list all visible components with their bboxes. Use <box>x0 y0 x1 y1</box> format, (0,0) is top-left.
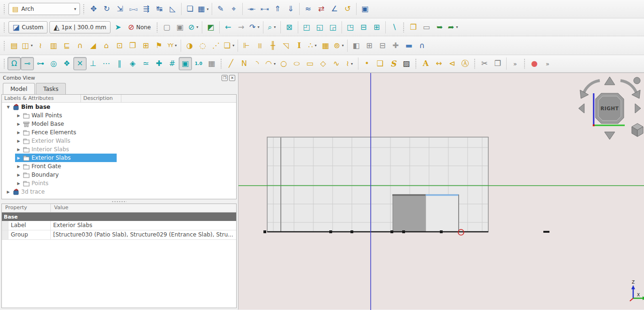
toolbar-overflow-2-button[interactable]: » <box>541 57 554 70</box>
scale-button[interactable]: ⇲ <box>113 2 127 16</box>
point-button[interactable]: • <box>360 57 374 70</box>
snap-endpoint-button[interactable]: ⊸ <box>21 57 34 70</box>
slab-box-dark[interactable] <box>393 195 426 232</box>
material-tools-button[interactable]: ∴▾ <box>306 39 319 52</box>
3d-scene[interactable]: RIGHT Z X Y <box>239 73 644 310</box>
expand-icon[interactable]: ▶ <box>15 122 22 126</box>
section-plane-button[interactable]: ◑ <box>183 39 196 52</box>
float-panel-button[interactable]: ❐ <box>222 75 228 81</box>
ellipse-button[interactable]: ○ <box>290 57 303 70</box>
toolbar-drag-handle[interactable] <box>3 58 6 69</box>
select-linked-button[interactable]: ◩ <box>204 21 217 34</box>
view-top-button[interactable]: ◱ <box>313 21 326 34</box>
toolbar-drag-handle[interactable] <box>83 4 85 14</box>
export-button[interactable]: ➥ <box>433 21 446 34</box>
hatch-button[interactable]: ▨ <box>400 57 413 70</box>
upgrade-button[interactable]: ⇑ <box>271 2 284 16</box>
dimension-button[interactable]: ↔ <box>432 57 445 70</box>
arch-add-button[interactable]: ✚ <box>389 39 402 52</box>
polyline-button[interactable]: N <box>238 57 251 70</box>
tree-item-bim-base[interactable]: ▼Bim base <box>2 103 236 111</box>
snap-midpoint-button[interactable]: ⊶ <box>34 57 47 70</box>
trimex-button[interactable]: ↹ <box>153 2 166 16</box>
snap-lock-button[interactable]: Ω <box>8 57 21 70</box>
nav-back-button[interactable]: ← <box>222 21 235 34</box>
box-element-selection-button[interactable]: ▢ <box>160 21 174 34</box>
snap-special-button[interactable]: ◈ <box>126 57 139 70</box>
tab-tasks[interactable]: Tasks <box>36 83 66 94</box>
cut-plane-button[interactable]: ◧ <box>350 39 363 52</box>
project-button[interactable]: ⌂ <box>100 39 113 52</box>
subelement-highlight-button[interactable]: ⌖ <box>227 2 240 16</box>
rotate-button[interactable]: ↻ <box>100 2 113 16</box>
view-axonometric-button[interactable]: ⊠ <box>283 21 296 34</box>
tag-button[interactable]: ⚑ <box>152 39 166 52</box>
zoom-tools-button[interactable]: ⌕▾ <box>265 21 278 34</box>
clone-button[interactable]: ❏ <box>183 2 197 16</box>
downgrade-button[interactable]: ⇓ <box>284 2 297 16</box>
tree-item-fence-elements[interactable]: ▶Fence Elements <box>2 128 236 137</box>
expand-icon[interactable]: ▶ <box>15 156 22 160</box>
tree-item-front-gate[interactable]: ▶Front Gate <box>2 162 236 171</box>
snap-angle-button[interactable]: ❖ <box>60 57 73 70</box>
bim-parts-button[interactable]: ❒ <box>407 21 420 34</box>
wall-button[interactable]: ▤ <box>8 39 21 52</box>
workbench-selector[interactable]: ▤Arch▾ <box>8 3 80 15</box>
slope-button[interactable]: ∠ <box>328 2 341 16</box>
tree-item-wall-points[interactable]: ▶Wall Points <box>2 111 236 120</box>
macro-record-button[interactable]: ● <box>528 57 541 70</box>
profile-button[interactable]: I <box>293 39 306 52</box>
toolbar-drag-handle[interactable] <box>3 41 6 51</box>
expand-icon[interactable]: ▶ <box>15 173 22 177</box>
working-plane-style-button[interactable]: ◪Custom <box>8 21 48 33</box>
snap-perpendicular-button[interactable]: ⊥ <box>87 57 100 70</box>
view-right-button[interactable]: ◲ <box>326 21 340 34</box>
snap-grid-button[interactable]: # <box>166 57 179 70</box>
rotate-left-arrow-icon[interactable] <box>584 81 600 93</box>
navigation-cluster[interactable]: RIGHT <box>579 77 643 139</box>
section-cut-button[interactable]: ⊘▾ <box>187 21 200 34</box>
tree-item-boundary[interactable]: ▶Boundary <box>2 171 236 179</box>
snap-near-button[interactable]: ≃ <box>139 57 152 70</box>
measure-button[interactable]: ∖ <box>388 21 401 34</box>
remove-component-button[interactable]: ⊟ <box>376 39 389 52</box>
close-panel-button[interactable]: ✕ <box>229 75 235 81</box>
toolbar-drag-handle[interactable] <box>403 22 405 33</box>
tree-item-points[interactable]: ▶Points <box>2 179 236 188</box>
toolbar-drag-handle[interactable] <box>474 58 476 69</box>
bezier-tools-button[interactable]: ≀▾ <box>343 57 356 70</box>
cut-button[interactable]: ✂ <box>478 57 491 70</box>
wire-to-bspline-button[interactable]: ≈ <box>302 2 315 16</box>
nav-sphere-button[interactable] <box>634 77 640 84</box>
line-button[interactable]: ╱ <box>224 57 238 70</box>
paste-button[interactable]: ❐ <box>491 57 504 70</box>
tree-item-exterior-slabs[interactable]: ▶Exterior Slabs <box>2 154 236 162</box>
line-style-button[interactable]: ◭1px | 300.0 mm <box>49 21 111 33</box>
toolbar-drag-handle[interactable] <box>415 58 417 69</box>
offset-button[interactable]: ⇶ <box>140 2 153 16</box>
arch-remove-button[interactable]: ▬ <box>402 39 415 52</box>
flip-direction-button[interactable]: ↺ <box>341 2 354 16</box>
panel-tools-button[interactable]: ❏▾ <box>223 39 236 52</box>
truss-button[interactable]: ◹ <box>279 39 293 52</box>
structure-button[interactable]: ◫▾ <box>21 39 34 52</box>
building-part-button[interactable]: ⊑ <box>60 39 73 52</box>
3d-viewport[interactable]: RIGHT Z X Y <box>239 73 644 310</box>
snap-intersection-button[interactable]: ✕ <box>73 57 87 70</box>
view-front-button[interactable]: ◰ <box>300 21 313 34</box>
expand-icon[interactable]: ▶ <box>15 114 22 118</box>
property-value[interactable]: Exterior Slabs <box>51 221 236 230</box>
add-component-button[interactable]: ⊞ <box>363 39 376 52</box>
export-as-button[interactable]: ➦▾ <box>446 21 460 34</box>
circle-button[interactable]: ○ <box>277 57 290 70</box>
fence-posts-button[interactable]: ||| <box>253 39 266 52</box>
go-to-linked-button[interactable]: ↷▾ <box>248 21 261 34</box>
building-button[interactable]: ∩ <box>73 39 87 52</box>
schedule-button[interactable]: ▦ <box>319 39 332 52</box>
tree-header-labels[interactable]: Labels & Attributes <box>2 95 81 102</box>
window-button[interactable]: ⊞ <box>139 39 152 52</box>
rectangle-button[interactable]: ▭ <box>303 57 317 70</box>
stairs-button[interactable]: ⋰ <box>209 39 223 52</box>
snap-ortho-button[interactable]: ✚ <box>152 57 166 70</box>
survey-button[interactable]: ∩ <box>415 39 429 52</box>
